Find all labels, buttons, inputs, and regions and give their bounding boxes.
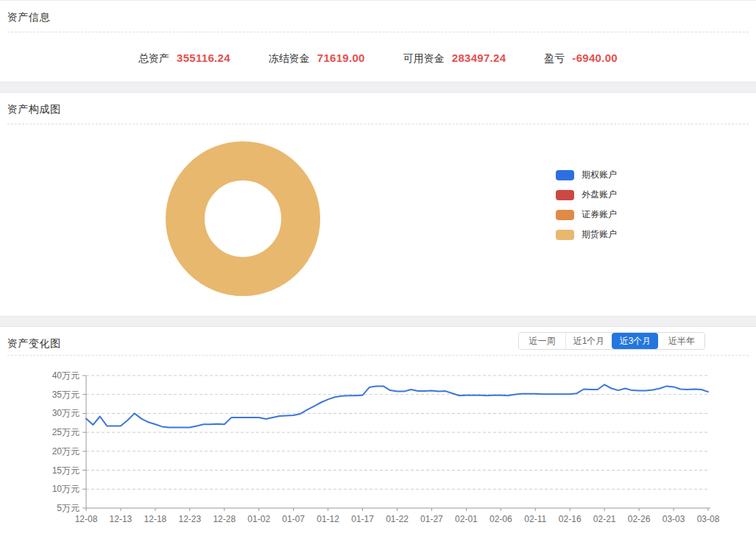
svg-text:02-06: 02-06 bbox=[490, 514, 512, 524]
separator bbox=[7, 124, 749, 124]
asset-stats-row: 总资产 355116.24 冻结资金 71619.00 可用资金 283497.… bbox=[0, 52, 756, 66]
svg-text:12-08: 12-08 bbox=[75, 514, 98, 524]
legend-label: 期货账户 bbox=[582, 228, 617, 241]
svg-text:40万元: 40万元 bbox=[52, 370, 80, 381]
svg-text:35万元: 35万元 bbox=[52, 390, 80, 400]
asset-info-section: 资产信息 总资产 355116.24 冻结资金 71619.00 可用资金 28… bbox=[0, 1, 756, 82]
svg-text:03-08: 03-08 bbox=[697, 514, 720, 524]
svg-text:10万元: 10万元 bbox=[52, 484, 80, 494]
legend-swatch-icon bbox=[556, 230, 574, 240]
legend-label: 外盘账户 bbox=[582, 189, 617, 201]
legend-item-securities-account[interactable]: 证券账户 bbox=[556, 208, 617, 221]
asset-change-section: 资产变化图 近一周 近1个月 近3个月 近半年 40万元35万元30万元25万元… bbox=[0, 327, 756, 539]
svg-text:02-16: 02-16 bbox=[559, 514, 582, 524]
range-button-last-half-year[interactable]: 近半年 bbox=[658, 333, 704, 349]
time-range-button-group: 近一周 近1个月 近3个月 近半年 bbox=[518, 332, 705, 350]
svg-text:01-12: 01-12 bbox=[317, 514, 339, 524]
svg-text:01-07: 01-07 bbox=[282, 514, 305, 524]
svg-text:30万元: 30万元 bbox=[52, 408, 80, 418]
range-button-last-week[interactable]: 近一周 bbox=[519, 333, 565, 349]
asset-change-line-chart: 40万元35万元30万元25万元20万元15万元10万元5万元12-0812-1… bbox=[0, 356, 756, 534]
range-button-last-3-months[interactable]: 近3个月 bbox=[612, 333, 658, 349]
legend-swatch-icon bbox=[556, 190, 574, 200]
legend-swatch-icon bbox=[556, 210, 574, 220]
svg-text:02-01: 02-01 bbox=[455, 514, 478, 524]
stat-frozen-funds: 冻结资金 71619.00 bbox=[269, 52, 365, 66]
svg-text:02-21: 02-21 bbox=[593, 514, 616, 524]
svg-text:01-27: 01-27 bbox=[420, 514, 443, 524]
legend-label: 期权账户 bbox=[582, 169, 617, 181]
svg-text:01-22: 01-22 bbox=[386, 514, 409, 524]
legend-item-options-account[interactable]: 期权账户 bbox=[556, 169, 617, 181]
stat-value: 355116.24 bbox=[177, 52, 230, 64]
svg-text:03-03: 03-03 bbox=[663, 514, 685, 524]
asset-composition-title: 资产构成图 bbox=[0, 93, 756, 124]
stat-label: 冻结资金 bbox=[269, 52, 310, 66]
stat-value: 283497.24 bbox=[452, 52, 506, 64]
svg-text:01-02: 01-02 bbox=[247, 514, 270, 524]
donut-chart bbox=[166, 141, 320, 296]
asset-info-title: 资产信息 bbox=[0, 1, 756, 32]
section-divider bbox=[0, 316, 756, 327]
asset-composition-section: 资产构成图 期权账户 外盘账户 证券账户 期货账户 bbox=[0, 93, 756, 316]
svg-text:02-11: 02-11 bbox=[524, 514, 546, 524]
stat-available-funds: 可用资金 283497.24 bbox=[403, 52, 506, 66]
stat-total-assets: 总资产 355116.24 bbox=[138, 52, 230, 66]
svg-text:01-17: 01-17 bbox=[351, 514, 374, 524]
section-divider bbox=[0, 82, 756, 93]
svg-text:5万元: 5万元 bbox=[57, 503, 80, 513]
svg-text:12-13: 12-13 bbox=[110, 514, 133, 524]
svg-text:25万元: 25万元 bbox=[52, 427, 80, 437]
svg-text:12-18: 12-18 bbox=[144, 514, 167, 524]
stat-profit-loss: 盈亏 -6940.00 bbox=[544, 52, 618, 66]
svg-text:12-28: 12-28 bbox=[213, 514, 236, 524]
asset-change-title: 资产变化图 bbox=[0, 327, 61, 355]
stat-label: 可用资金 bbox=[403, 52, 445, 66]
stat-label: 总资产 bbox=[138, 52, 169, 66]
stat-value: -6940.00 bbox=[572, 52, 618, 64]
svg-text:12-23: 12-23 bbox=[178, 514, 201, 524]
stat-label: 盈亏 bbox=[544, 52, 565, 66]
legend-item-foreign-account[interactable]: 外盘账户 bbox=[556, 189, 617, 201]
asset-change-header: 资产变化图 近一周 近1个月 近3个月 近半年 bbox=[0, 327, 756, 355]
separator bbox=[7, 32, 749, 32]
svg-text:20万元: 20万元 bbox=[52, 446, 80, 457]
legend-swatch-icon bbox=[556, 170, 574, 180]
range-button-last-1-month[interactable]: 近1个月 bbox=[565, 333, 612, 349]
svg-text:15万元: 15万元 bbox=[52, 465, 80, 476]
pie-legend: 期权账户 外盘账户 证券账户 期货账户 bbox=[556, 169, 617, 248]
stat-value: 71619.00 bbox=[317, 52, 365, 64]
legend-label: 证券账户 bbox=[582, 208, 617, 221]
svg-text:02-26: 02-26 bbox=[628, 514, 651, 524]
legend-item-futures-account[interactable]: 期货账户 bbox=[556, 228, 617, 241]
